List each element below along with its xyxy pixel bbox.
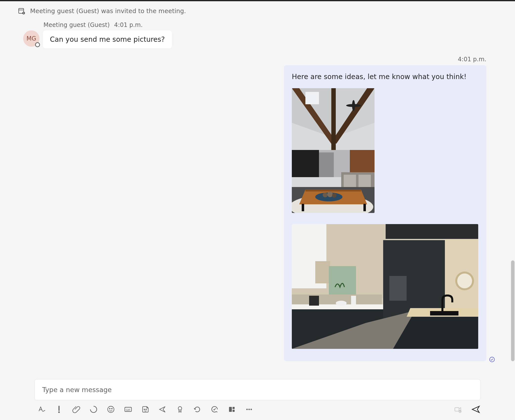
incoming-message-row: MG Can you send me some pictures? <box>10 30 505 48</box>
message-timestamp: 4:01 p.m. <box>114 21 142 28</box>
loop-icon[interactable] <box>89 405 98 414</box>
svg-text:GIF: GIF <box>126 408 131 411</box>
format-icon[interactable] <box>38 405 46 414</box>
svg-rect-37 <box>329 266 356 296</box>
outgoing-message-bubble[interactable]: Here are some ideas, let me know what yo… <box>284 65 486 361</box>
svg-point-67 <box>248 409 250 410</box>
message-timestamp: 4:01 p.m. <box>10 56 505 63</box>
svg-point-60 <box>144 409 145 410</box>
svg-point-13 <box>352 100 355 111</box>
poll-icon[interactable] <box>210 405 219 414</box>
video-clip-icon[interactable] <box>454 405 462 414</box>
svg-point-62 <box>178 407 182 410</box>
message-input[interactable]: Type a new message <box>35 379 480 400</box>
svg-rect-50 <box>309 296 319 306</box>
outgoing-message-text: Here are some ideas, let me know what yo… <box>292 73 478 81</box>
presence-indicator <box>35 42 40 47</box>
gif-icon[interactable]: GIF <box>124 405 132 414</box>
system-event-text: Meeting guest (Guest) was invited to the… <box>30 7 186 15</box>
priority-icon[interactable] <box>55 405 63 414</box>
avatar[interactable]: MG <box>23 30 40 47</box>
svg-rect-10 <box>331 88 336 150</box>
svg-point-66 <box>246 409 248 410</box>
svg-rect-20 <box>344 175 356 187</box>
incoming-message-bubble[interactable]: Can you send me some pictures? <box>43 30 172 48</box>
emoji-icon[interactable] <box>107 405 115 414</box>
sendlater-icon[interactable] <box>158 405 167 414</box>
svg-rect-33 <box>386 224 478 239</box>
svg-point-56 <box>109 408 110 409</box>
more-icon[interactable] <box>245 405 253 414</box>
svg-point-61 <box>146 409 146 410</box>
incoming-message-header: Meeting guest (Guest) 4:01 p.m. <box>10 21 505 28</box>
attach-icon[interactable] <box>72 405 80 414</box>
system-event-row: Meeting guest (Guest) was invited to the… <box>10 4 505 18</box>
stream-icon[interactable] <box>228 405 236 414</box>
svg-point-51 <box>336 301 347 306</box>
input-placeholder: Type a new message <box>42 386 112 394</box>
svg-marker-25 <box>305 189 361 191</box>
avatar-initials: MG <box>26 35 36 42</box>
svg-point-30 <box>327 192 333 197</box>
updates-icon[interactable] <box>193 405 201 414</box>
approvals-icon[interactable] <box>176 405 184 414</box>
send-button[interactable] <box>471 405 480 414</box>
svg-rect-64 <box>233 407 235 409</box>
svg-point-55 <box>108 406 114 413</box>
svg-point-68 <box>251 409 252 410</box>
svg-rect-69 <box>455 408 459 411</box>
svg-rect-52 <box>351 296 356 304</box>
svg-rect-27 <box>363 204 366 211</box>
svg-point-29 <box>323 192 328 197</box>
svg-point-31 <box>332 193 337 198</box>
svg-rect-36 <box>315 261 330 283</box>
sender-name: Meeting guest (Guest) <box>43 21 110 28</box>
image-attachment[interactable] <box>292 88 375 213</box>
svg-point-57 <box>112 408 112 409</box>
svg-rect-49 <box>430 311 458 315</box>
composer-toolbar: GIF <box>35 405 480 414</box>
chat-message-list: Meeting guest (Guest) was invited to the… <box>0 1 515 377</box>
svg-point-45 <box>457 273 472 288</box>
outgoing-message-block: 4:01 p.m. Here are some ideas, let me kn… <box>10 56 505 361</box>
svg-rect-65 <box>233 410 235 412</box>
image-attachment[interactable] <box>292 224 478 349</box>
svg-rect-63 <box>229 407 232 412</box>
svg-rect-16 <box>292 150 319 177</box>
scrollbar[interactable] <box>510 0 515 420</box>
svg-rect-21 <box>358 175 371 187</box>
svg-rect-26 <box>302 204 304 211</box>
svg-rect-17 <box>319 152 334 177</box>
calendar-add-icon <box>18 7 25 15</box>
svg-rect-14 <box>305 92 319 104</box>
svg-point-54 <box>58 411 60 413</box>
svg-rect-42 <box>389 276 407 301</box>
message-composer: Type a new message GIF <box>0 377 515 420</box>
read-receipt-icon <box>489 356 495 363</box>
incoming-message-text: Can you send me some pictures? <box>50 35 165 43</box>
scrollbar-thumb[interactable] <box>511 260 515 361</box>
sticker-icon[interactable] <box>141 405 150 414</box>
